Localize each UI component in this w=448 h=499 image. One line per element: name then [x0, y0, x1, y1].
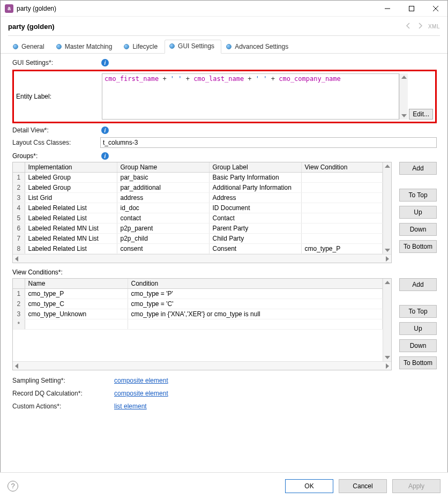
window-title: party (golden): [17, 5, 375, 12]
column-header[interactable]: Group Name: [117, 162, 209, 173]
down-button[interactable]: Down: [399, 223, 437, 236]
table-cell[interactable]: [301, 193, 383, 203]
table-cell[interactable]: p2p_child: [117, 234, 209, 244]
entity-label-expression[interactable]: cmo_first_name + ' ' + cmo_last_name + '…: [102, 73, 399, 120]
title-bar: a party (golden): [1, 1, 447, 17]
up-button[interactable]: Up: [399, 206, 437, 219]
table-cell[interactable]: id_doc: [117, 203, 209, 213]
table-cell[interactable]: par_additional: [117, 183, 209, 193]
column-header[interactable]: Group Label: [209, 162, 301, 173]
table-cell[interactable]: cmo_type in {'XNA','XER'} or cmo_type is…: [128, 309, 383, 319]
table-row[interactable]: 5Labeled Related ListcontactContact: [13, 213, 383, 224]
table-cell[interactable]: contact: [117, 213, 209, 224]
table-cell[interactable]: cmo_type_P: [25, 289, 128, 299]
table-row[interactable]: 1cmo_type_Pcmo_type = 'P': [13, 289, 383, 299]
table-row[interactable]: 2cmo_type_Ccmo_type = 'C': [13, 299, 383, 309]
table-cell[interactable]: address: [117, 193, 209, 203]
tab-gui-settings[interactable]: GUI Settings: [165, 40, 221, 54]
table-cell[interactable]: ID Document: [209, 203, 301, 213]
table-cell[interactable]: Child Party: [209, 234, 301, 244]
table-cell[interactable]: Labeled Related List: [25, 213, 117, 224]
table-row[interactable]: 3cmo_type_Unknowncmo_type in {'XNA','XER…: [13, 309, 383, 319]
cancel-button[interactable]: Cancel: [339, 479, 387, 493]
add-button[interactable]: Add: [399, 278, 437, 291]
info-icon[interactable]: i: [101, 152, 109, 160]
table-cell[interactable]: [301, 183, 383, 193]
up-button[interactable]: Up: [399, 322, 437, 335]
table-cell[interactable]: [301, 213, 383, 224]
table-cell[interactable]: Address: [209, 193, 301, 203]
table-cell[interactable]: Labeled Related MN List: [25, 224, 117, 234]
composite-link[interactable]: composite element: [114, 377, 168, 384]
info-icon[interactable]: i: [101, 59, 109, 66]
table-row-new[interactable]: *: [13, 319, 383, 330]
maximize-button[interactable]: [399, 1, 423, 17]
table-cell[interactable]: List Grid: [25, 193, 117, 203]
to-top-button[interactable]: To Top: [399, 305, 437, 318]
table-cell[interactable]: cmo_type = 'C': [128, 299, 383, 309]
table-cell[interactable]: Basic Party Information: [209, 173, 301, 183]
apply-button[interactable]: Apply: [392, 479, 440, 493]
table-cell[interactable]: [301, 173, 383, 183]
table-row[interactable]: 7Labeled Related MN Listp2p_childChild P…: [13, 234, 383, 244]
table-cell[interactable]: consent: [117, 244, 209, 254]
table-cell[interactable]: Consent: [209, 244, 301, 254]
table-cell[interactable]: Contact: [209, 213, 301, 224]
table-row[interactable]: 2Labeled Grouppar_additionalAdditional P…: [13, 183, 383, 193]
column-header[interactable]: Condition: [128, 279, 383, 289]
help-icon[interactable]: ?: [8, 481, 18, 491]
add-button[interactable]: Add: [399, 162, 437, 175]
column-header[interactable]: Implementation: [25, 162, 117, 173]
composite-link[interactable]: composite element: [114, 390, 168, 397]
table-cell[interactable]: Parent Party: [209, 224, 301, 234]
table-cell[interactable]: Labeled Group: [25, 173, 117, 183]
table-cell[interactable]: p2p_parent: [117, 224, 209, 234]
table-cell[interactable]: [301, 203, 383, 213]
gui-settings-label: GUI Settings*:: [12, 59, 100, 66]
close-button[interactable]: [423, 1, 447, 17]
down-button[interactable]: Down: [399, 339, 437, 352]
info-icon[interactable]: i: [101, 126, 109, 134]
nav-back-icon[interactable]: [405, 22, 412, 31]
composite-link[interactable]: list element: [114, 403, 147, 410]
table-row[interactable]: 8Labeled Related ListconsentConsentcmo_t…: [13, 244, 383, 254]
table-cell[interactable]: [301, 224, 383, 234]
edit-button[interactable]: Edit...: [409, 109, 433, 120]
nav-forward-icon[interactable]: [416, 22, 424, 31]
to-top-button[interactable]: To Top: [399, 189, 437, 202]
ok-button[interactable]: OK: [285, 479, 333, 493]
scrollbar-vertical[interactable]: [399, 73, 408, 120]
tab-advanced-settings[interactable]: Advanced Settings: [221, 40, 295, 54]
table-cell[interactable]: par_basic: [117, 173, 209, 183]
table-cell[interactable]: cmo_type = 'P': [128, 289, 383, 299]
detail-view-label: Detail View*:: [12, 126, 100, 134]
column-header[interactable]: View Condition: [301, 162, 383, 173]
table-cell[interactable]: Labeled Group: [25, 183, 117, 193]
column-header[interactable]: Name: [25, 279, 128, 289]
tab-master-matching[interactable]: Master Matching: [51, 40, 120, 54]
table-cell[interactable]: Labeled Related List: [25, 203, 117, 213]
table-row[interactable]: 3List GridaddressAddress: [13, 193, 383, 203]
table-cell[interactable]: [301, 234, 383, 244]
layout-css-input[interactable]: [100, 137, 437, 148]
scrollbar-vertical[interactable]: [383, 162, 391, 254]
to-bottom-button[interactable]: To Bottom: [399, 240, 437, 253]
minimize-button[interactable]: [375, 1, 399, 17]
table-cell[interactable]: cmo_type_Unknown: [25, 309, 128, 319]
bullet-icon: [124, 44, 129, 49]
table-row[interactable]: 4Labeled Related Listid_docID Document: [13, 203, 383, 213]
xml-toggle[interactable]: XML: [428, 24, 440, 29]
table-row[interactable]: 6Labeled Related MN Listp2p_parentParent…: [13, 224, 383, 234]
tab-general[interactable]: General: [8, 40, 51, 54]
tab-lifecycle[interactable]: Lifecycle: [119, 40, 165, 54]
scrollbar-vertical[interactable]: [383, 279, 391, 361]
scrollbar-horizontal[interactable]: [13, 254, 391, 263]
to-bottom-button[interactable]: To Bottom: [399, 356, 437, 369]
table-cell[interactable]: cmo_type_C: [25, 299, 128, 309]
table-cell[interactable]: Additional Party Information: [209, 183, 301, 193]
table-row[interactable]: 1Labeled Grouppar_basicBasic Party Infor…: [13, 173, 383, 183]
table-cell[interactable]: Labeled Related List: [25, 244, 117, 254]
table-cell[interactable]: Labeled Related MN List: [25, 234, 117, 244]
table-cell[interactable]: cmo_type_P: [301, 244, 383, 254]
scrollbar-horizontal[interactable]: [13, 361, 391, 370]
